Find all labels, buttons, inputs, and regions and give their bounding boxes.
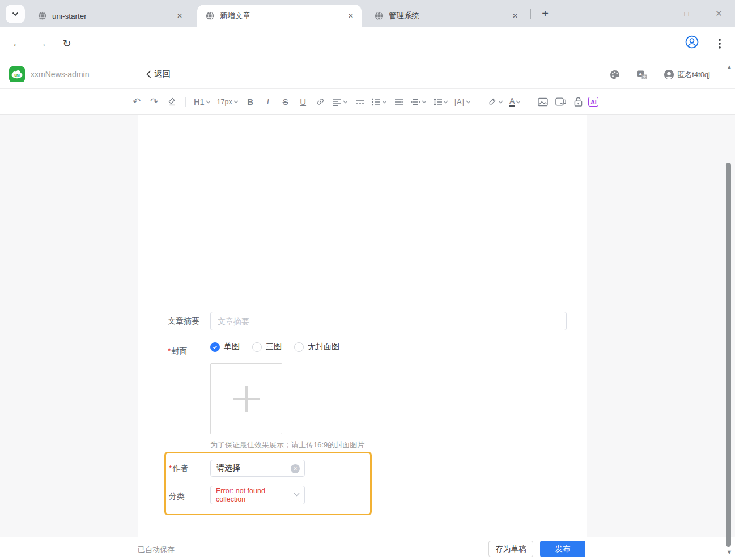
close-window-button[interactable]: ✕	[703, 0, 735, 27]
link-icon[interactable]	[313, 94, 328, 110]
back-link[interactable]: 返回	[146, 69, 171, 79]
chevron-down-icon	[382, 100, 387, 104]
toolbar-divider	[185, 97, 186, 107]
reload-button[interactable]: ↻	[60, 37, 74, 50]
category-error-text: Error: not found collection	[216, 487, 291, 504]
chevron-left-icon	[146, 70, 151, 78]
outdent-dropdown[interactable]	[409, 94, 428, 110]
page-background: 文章摘要 *封面 单图 三图 无封面图	[0, 115, 735, 537]
chevron-down-icon	[343, 100, 348, 104]
username: 匿名t4t0qj	[677, 70, 710, 80]
save-draft-button[interactable]: 存为草稿	[488, 541, 533, 557]
forward-button[interactable]: →	[35, 37, 49, 50]
language-translate-icon[interactable]: A文	[636, 69, 648, 80]
minimize-button[interactable]: –	[638, 0, 670, 27]
back-button[interactable]: ←	[10, 37, 24, 50]
address-bar: ← → ↻ i localhost:5174/admin/#/uni_modul…	[0, 27, 735, 60]
insert-video-icon[interactable]	[553, 94, 568, 110]
horizontal-rule-icon[interactable]	[352, 94, 367, 110]
tab-close-icon[interactable]: ✕	[175, 11, 185, 21]
heading-dropdown[interactable]: H1	[192, 94, 213, 110]
undo-icon[interactable]: ↶	[129, 94, 144, 110]
toolbar-divider	[529, 97, 529, 107]
clear-icon[interactable]: ✕	[291, 464, 300, 473]
underline-icon[interactable]: U	[296, 94, 311, 110]
form-footer: 已自动保存 存为草稿 发布	[0, 537, 735, 560]
bold-icon[interactable]: B	[243, 94, 258, 110]
app-header: uni xxmNews-admin 返回 A文 匿名t4t0qj	[0, 60, 735, 89]
profile-avatar-icon[interactable]	[685, 35, 699, 49]
theme-palette-icon[interactable]	[609, 69, 621, 80]
category-select[interactable]: Error: not found collection	[210, 486, 305, 504]
svg-text:文: 文	[643, 75, 647, 79]
cover-label: *封面	[168, 346, 187, 357]
globe-favicon-icon	[37, 11, 48, 21]
chevron-down-icon	[422, 100, 427, 104]
tab-title: 管理系统	[389, 11, 510, 21]
tab-add-article[interactable]: 新增文章 ✕	[197, 5, 362, 27]
radio-checked-icon	[210, 342, 220, 352]
toolbar-divider	[479, 97, 479, 107]
italic-icon[interactable]: I	[261, 94, 275, 110]
uni-logo: uni	[9, 66, 25, 82]
chevron-down-icon	[233, 100, 239, 104]
tab-close-icon[interactable]: ✕	[510, 11, 520, 21]
maximize-button[interactable]: □	[670, 0, 703, 27]
letter-spacing-dropdown[interactable]: |A|	[453, 94, 473, 110]
chevron-down-icon	[466, 100, 471, 104]
radio-unchecked-icon	[294, 342, 304, 352]
line-height-dropdown[interactable]	[431, 94, 450, 110]
radio-no-cover[interactable]: 无封面图	[294, 342, 339, 352]
radio-three-images[interactable]: 三图	[252, 342, 282, 352]
ai-assistant-icon[interactable]: AI	[588, 97, 598, 107]
font-size-dropdown[interactable]: 17px	[215, 94, 240, 110]
upload-hint: 为了保证最佳效果展示；请上传16:9的封面图片	[210, 440, 364, 450]
scroll-up-icon[interactable]: ▲	[725, 63, 734, 70]
cover-upload-box[interactable]	[210, 363, 282, 434]
chevron-down-icon	[12, 12, 19, 16]
summary-input[interactable]	[210, 312, 567, 330]
insert-image-icon[interactable]	[536, 94, 550, 110]
chevron-down-icon	[294, 493, 300, 497]
lock-icon[interactable]	[571, 94, 585, 110]
autosave-status: 已自动保存	[138, 545, 175, 555]
app-name: xxmNews-admin	[31, 70, 89, 79]
plus-icon	[233, 386, 260, 412]
required-mark: *	[168, 346, 171, 355]
indent-icon[interactable]	[392, 94, 406, 110]
font-color-dropdown[interactable]: A	[508, 94, 522, 110]
publish-button[interactable]: 发布	[540, 541, 585, 557]
svg-text:A: A	[639, 71, 642, 77]
window-controls: – □ ✕	[638, 0, 735, 27]
radio-single-image[interactable]: 单图	[210, 342, 240, 352]
new-tab-button[interactable]: +	[537, 6, 553, 22]
tab-search-button[interactable]	[6, 5, 25, 23]
user-menu[interactable]: 匿名t4t0qj	[664, 69, 710, 80]
globe-favicon-icon	[374, 11, 384, 21]
chevron-down-icon	[206, 100, 211, 104]
highlight-pen-dropdown[interactable]	[486, 94, 505, 110]
editor-toolbar: ↶ ↷ H1 17px B I S U	[0, 89, 735, 115]
svg-text:uni: uni	[14, 73, 20, 77]
redo-icon[interactable]: ↷	[147, 94, 162, 110]
tab-uni-starter[interactable]: uni-starter ✕	[29, 5, 190, 27]
tab-title: uni-starter	[52, 12, 175, 20]
align-dropdown[interactable]	[331, 94, 350, 110]
browser-menu-icon[interactable]	[713, 37, 726, 50]
tab-admin-system[interactable]: 管理系统 ✕	[366, 5, 526, 27]
list-dropdown[interactable]	[370, 94, 389, 110]
tab-title: 新增文章	[220, 11, 346, 21]
back-label: 返回	[154, 69, 171, 79]
chevron-down-icon	[516, 100, 521, 104]
author-picker[interactable]: 请选择 ✕	[210, 460, 305, 477]
tab-close-icon[interactable]: ✕	[346, 11, 356, 21]
browser-window: uni-starter ✕ 新增文章 ✕ 管理系统 ✕ + – □ ✕ ← →	[0, 0, 735, 560]
header-actions: A文 匿名t4t0qj	[609, 60, 710, 89]
tab-separator	[530, 9, 531, 19]
scroll-down-icon[interactable]: ▼	[725, 549, 734, 555]
strikethrough-icon[interactable]: S	[278, 94, 293, 110]
globe-favicon-icon	[205, 11, 215, 21]
chevron-down-icon	[498, 100, 503, 104]
scrollbar-thumb[interactable]	[726, 163, 731, 547]
clear-format-icon[interactable]	[164, 94, 179, 110]
